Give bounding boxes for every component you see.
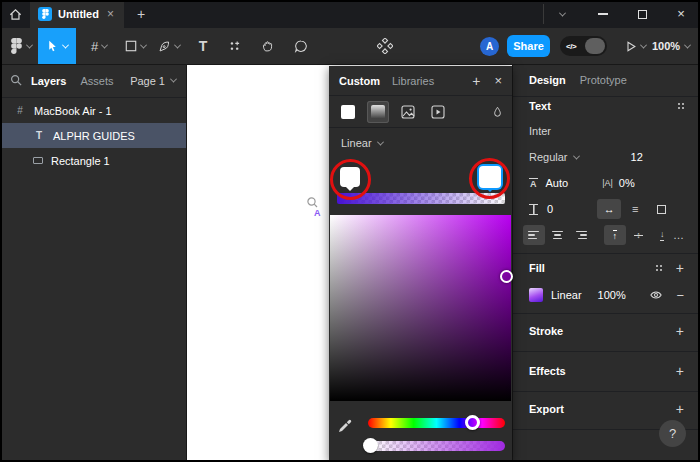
valign-bottom-button[interactable]: ↓ <box>651 225 673 245</box>
hand-tool-button[interactable] <box>254 28 280 64</box>
align-center-button[interactable] <box>547 225 569 245</box>
add-effect-button[interactable]: + <box>676 363 684 379</box>
blend-droplet-button[interactable] <box>491 105 504 119</box>
valign-bottom-icon: ↓ <box>660 230 665 241</box>
text-tool-button[interactable]: T <box>190 28 216 64</box>
main-menu-button[interactable] <box>6 28 36 64</box>
letter-spacing-field[interactable]: 0% <box>619 177 635 189</box>
font-size-field[interactable]: 12 <box>631 151 643 163</box>
actions-tool-button[interactable] <box>222 28 248 64</box>
add-fill-button[interactable]: + <box>676 260 684 276</box>
more-options-button[interactable]: … <box>673 229 684 241</box>
gradient-stop-left[interactable] <box>340 167 360 187</box>
tab-assets[interactable]: Assets <box>80 75 113 87</box>
alpha-slider[interactable] <box>368 441 505 451</box>
font-weight-dropdown[interactable]: Regular <box>529 151 579 163</box>
shape-tool-button[interactable] <box>118 28 152 64</box>
move-tool-button[interactable] <box>38 28 76 64</box>
fill-visibility-button[interactable] <box>649 289 663 301</box>
present-button[interactable] <box>618 28 652 64</box>
figma-menu-icon <box>10 38 23 54</box>
chevron-down-icon <box>174 41 181 48</box>
file-tab[interactable]: Untitled × <box>30 0 124 28</box>
picker-close-button[interactable]: × <box>494 73 502 88</box>
hue-slider-handle[interactable] <box>465 415 480 430</box>
window-menu-chevron[interactable] <box>551 0 573 28</box>
layer-row-text-selected[interactable]: T ALPHR GUIDES <box>0 123 186 148</box>
share-button[interactable]: Share <box>507 35 550 57</box>
add-style-button[interactable]: + <box>472 73 480 89</box>
window-maximize-button[interactable] <box>631 0 653 28</box>
align-right-button[interactable] <box>570 225 592 245</box>
comment-tool-button[interactable] <box>288 28 314 64</box>
fill-row[interactable]: Linear 100% − <box>513 284 700 306</box>
add-export-button[interactable]: + <box>676 401 684 417</box>
remove-fill-button[interactable]: − <box>676 288 684 303</box>
font-family-value: Inter <box>529 125 551 137</box>
chevron-down-icon <box>639 41 646 48</box>
gradient-strip[interactable] <box>337 193 505 204</box>
fill-type-solid[interactable] <box>337 101 359 123</box>
chevron-down-icon <box>572 152 579 159</box>
frame-tool-button[interactable]: # <box>82 28 116 64</box>
window-minimize-button[interactable] <box>592 0 614 28</box>
maximize-icon <box>638 10 647 19</box>
text-styles-icon[interactable] <box>678 103 680 105</box>
home-button[interactable] <box>0 0 30 28</box>
page-selector[interactable]: Page 1 <box>130 75 176 87</box>
new-tab-button[interactable]: + <box>130 0 152 28</box>
fixed-size-button[interactable] <box>649 199 673 219</box>
fill-type-image[interactable] <box>397 101 419 123</box>
effects-section-header: Effects + <box>513 360 700 382</box>
search-icon[interactable] <box>10 74 23 87</box>
paragraph-spacing-icon <box>529 204 538 215</box>
line-height-field[interactable]: Auto <box>546 177 569 189</box>
auto-height-button[interactable]: ≡ <box>623 199 647 219</box>
zoom-menu[interactable]: 100% <box>652 28 690 64</box>
window-close-button[interactable]: × <box>670 0 692 28</box>
text-tool-icon: T <box>199 38 208 54</box>
fill-opacity-field[interactable]: 100% <box>598 289 626 301</box>
tab-libraries[interactable]: Libraries <box>392 75 434 87</box>
layer-row-rectangle[interactable]: Rectangle 1 <box>0 148 186 173</box>
frame-layer-icon: # <box>14 105 26 116</box>
font-family-field[interactable]: Inter <box>513 120 700 142</box>
help-button[interactable]: ? <box>659 420 686 447</box>
paragraph-spacing-field[interactable]: 0 <box>547 203 553 215</box>
fill-type-video[interactable] <box>427 101 449 123</box>
color-picker-panel: Custom Libraries + × Linear <box>329 66 512 462</box>
fill-styles-icon[interactable] <box>656 265 658 267</box>
add-stroke-button[interactable]: + <box>676 323 684 339</box>
dev-mode-icon: </> <box>566 42 576 51</box>
layer-row-frame[interactable]: # MacBook Air - 1 <box>0 98 186 123</box>
eyedropper-button[interactable] <box>337 418 353 434</box>
eye-icon <box>649 289 663 301</box>
avatar[interactable]: A <box>480 37 499 56</box>
valign-middle-button[interactable]: ↕ <box>628 225 650 245</box>
hue-slider[interactable] <box>368 418 505 428</box>
tab-layers[interactable]: Layers <box>31 75 66 87</box>
dev-mode-toggle[interactable]: </> <box>560 36 607 56</box>
pen-tool-button[interactable] <box>152 28 186 64</box>
alignment-row: ↑ ↕ ↓ … <box>513 224 700 246</box>
pen-tool-icon <box>158 40 171 53</box>
solid-fill-icon <box>341 105 355 119</box>
align-left-button[interactable] <box>523 225 545 245</box>
fill-type-gradient[interactable] <box>367 101 389 123</box>
alpha-slider-handle[interactable] <box>363 438 378 453</box>
saturation-value-area[interactable] <box>330 215 511 401</box>
picker-header: Custom Libraries + × <box>329 66 512 95</box>
create-component-button[interactable] <box>374 28 396 64</box>
tab-custom[interactable]: Custom <box>339 75 380 87</box>
gradient-stop-right[interactable] <box>479 166 501 188</box>
auto-width-button[interactable]: ↔ <box>597 199 621 219</box>
color-selector-handle[interactable] <box>500 270 513 283</box>
design-panel: Design Prototype Text Inter Regular 12 A… <box>512 64 700 462</box>
tab-design[interactable]: Design <box>529 74 566 86</box>
tab-close-icon[interactable]: × <box>107 7 114 21</box>
tab-prototype[interactable]: Prototype <box>580 74 627 86</box>
gradient-type-dropdown[interactable]: Linear <box>329 128 512 158</box>
valign-top-button[interactable]: ↑ <box>604 225 626 245</box>
gradient-fill-icon <box>371 105 385 119</box>
fill-swatch[interactable] <box>529 288 543 302</box>
